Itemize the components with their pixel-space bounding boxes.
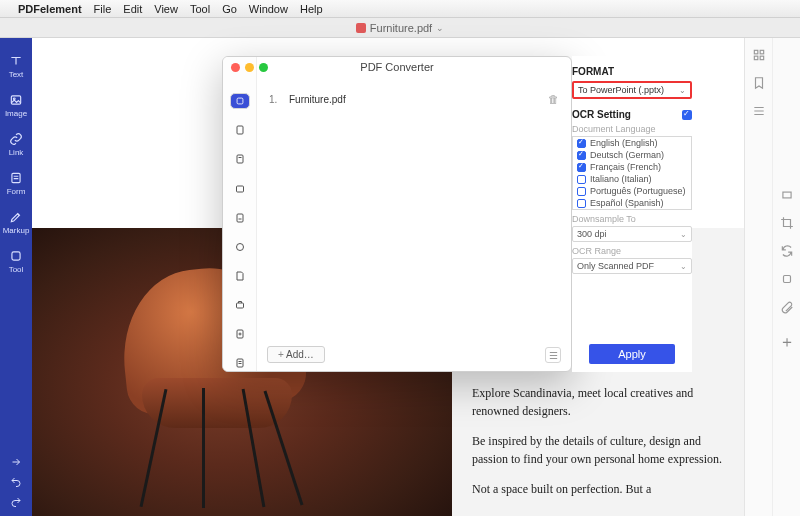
- redo-icon[interactable]: [10, 496, 22, 508]
- checkbox-icon[interactable]: [577, 187, 586, 196]
- export-icon[interactable]: [10, 456, 22, 468]
- tool-markup[interactable]: Markup: [0, 204, 32, 243]
- chevron-down-icon: ⌄: [680, 262, 687, 271]
- svg-rect-17: [237, 330, 243, 338]
- menu-edit[interactable]: Edit: [123, 3, 142, 15]
- converter-file-list: 1. Furniture.pdf 🗑 Add… ☰: [257, 57, 571, 371]
- svg-point-15: [236, 243, 243, 250]
- format-heading: FORMAT: [572, 66, 692, 77]
- attach-icon[interactable]: [780, 300, 794, 314]
- language-option[interactable]: Français (French): [573, 161, 691, 173]
- language-option[interactable]: English (English): [573, 137, 691, 149]
- checkbox-icon[interactable]: [577, 139, 586, 148]
- format-option[interactable]: [230, 239, 250, 254]
- checkbox-icon[interactable]: [577, 163, 586, 172]
- downsample-label: Downsample To: [572, 214, 692, 224]
- stamp-icon[interactable]: [780, 272, 794, 286]
- fit-width-icon[interactable]: [780, 188, 794, 202]
- converter-format-toolbar: [223, 57, 257, 371]
- svg-rect-14: [237, 214, 243, 222]
- paragraph: Not a space built on perfection. But a: [472, 480, 724, 498]
- format-option[interactable]: [230, 123, 250, 138]
- system-menubar: PDFelement File Edit View Tool Go Window…: [0, 0, 800, 18]
- format-option[interactable]: [230, 268, 250, 283]
- svg-rect-13: [236, 186, 243, 192]
- format-option[interactable]: [230, 356, 250, 371]
- checkbox-icon[interactable]: [577, 199, 586, 208]
- svg-rect-8: [782, 192, 790, 198]
- document-icon: [356, 23, 366, 33]
- merge-toggle-icon[interactable]: ☰: [545, 347, 561, 363]
- ocr-range-value: Only Scanned PDF: [577, 261, 654, 271]
- list-icon[interactable]: [752, 104, 766, 118]
- tool-text-label: Text: [9, 70, 24, 79]
- tool-image-label: Image: [5, 109, 27, 118]
- app-name[interactable]: PDFelement: [18, 3, 82, 15]
- checkbox-icon[interactable]: [577, 175, 586, 184]
- language-option[interactable]: Português (Portuguese): [573, 185, 691, 197]
- language-option[interactable]: Español (Spanish): [573, 197, 691, 209]
- pdf-converter-dialog: PDF Converter 1. Furniture.pdf 🗑 Add… ☰: [222, 56, 572, 372]
- svg-rect-0: [11, 96, 20, 104]
- add-file-button[interactable]: Add…: [267, 346, 325, 363]
- file-index: 1.: [269, 94, 279, 105]
- apply-button[interactable]: Apply: [589, 344, 675, 364]
- doc-language-label: Document Language: [572, 124, 692, 134]
- ocr-enable-checkbox[interactable]: [682, 110, 692, 120]
- paragraph: Explore Scandinavia, meet local creative…: [472, 384, 724, 420]
- format-option[interactable]: [230, 152, 250, 167]
- svg-rect-10: [237, 98, 243, 104]
- undo-icon[interactable]: [10, 476, 22, 488]
- svg-rect-16: [236, 303, 243, 308]
- tool-form[interactable]: Form: [0, 165, 32, 204]
- svg-rect-4: [754, 50, 758, 54]
- paragraph: Be inspired by the details of culture, d…: [472, 432, 724, 468]
- menu-view[interactable]: View: [154, 3, 178, 15]
- titlebar-chevron-icon[interactable]: ⌄: [436, 23, 444, 33]
- format-option[interactable]: [230, 181, 250, 196]
- language-option[interactable]: Italiano (Italian): [573, 173, 691, 185]
- tool-image[interactable]: Image: [0, 87, 32, 126]
- chevron-down-icon: ⌄: [680, 230, 687, 239]
- remove-file-icon[interactable]: 🗑: [548, 93, 559, 105]
- rotate-icon[interactable]: [780, 244, 794, 258]
- format-option[interactable]: [230, 327, 250, 342]
- language-list[interactable]: English (English) Deutsch (German) Franç…: [572, 136, 692, 210]
- tool-tool-label: Tool: [9, 265, 24, 274]
- svg-point-18: [239, 333, 241, 335]
- svg-rect-12: [237, 155, 243, 163]
- checkbox-icon[interactable]: [577, 151, 586, 160]
- downsample-value: 300 dpi: [577, 229, 607, 239]
- menu-file[interactable]: File: [94, 3, 112, 15]
- tool-markup-label: Markup: [3, 226, 30, 235]
- tool-link[interactable]: Link: [0, 126, 32, 165]
- thumbnails-icon[interactable]: [752, 48, 766, 62]
- tool-text[interactable]: Text: [0, 48, 32, 87]
- format-select[interactable]: To PowerPoint (.pptx) ⌄: [572, 81, 692, 99]
- crop-icon[interactable]: [780, 216, 794, 230]
- document-title: Furniture.pdf: [370, 22, 432, 34]
- tool-link-label: Link: [9, 148, 24, 157]
- svg-rect-7: [760, 56, 764, 60]
- file-name: Furniture.pdf: [289, 94, 346, 105]
- bookmark-icon[interactable]: [752, 76, 766, 90]
- ocr-heading: OCR Setting: [572, 109, 631, 120]
- file-row[interactable]: 1. Furniture.pdf 🗑: [265, 91, 563, 107]
- right-panel-secondary: ＋: [772, 38, 800, 516]
- format-option[interactable]: [230, 298, 250, 313]
- menu-help[interactable]: Help: [300, 3, 323, 15]
- svg-rect-6: [754, 56, 758, 60]
- tool-tool[interactable]: Tool: [0, 243, 32, 282]
- svg-rect-9: [783, 276, 790, 283]
- ocr-range-select[interactable]: Only Scanned PDF ⌄: [572, 258, 692, 274]
- language-option[interactable]: Deutsch (German): [573, 149, 691, 161]
- downsample-select[interactable]: 300 dpi ⌄: [572, 226, 692, 242]
- language-option[interactable]: Ελληνικά (Greek): [573, 209, 691, 210]
- format-option[interactable]: [230, 210, 250, 225]
- format-option-selected[interactable]: [230, 93, 250, 109]
- right-panel-primary: [744, 38, 772, 516]
- menu-window[interactable]: Window: [249, 3, 288, 15]
- menu-go[interactable]: Go: [222, 3, 237, 15]
- menu-tool[interactable]: Tool: [190, 3, 210, 15]
- add-panel-icon[interactable]: ＋: [779, 332, 795, 353]
